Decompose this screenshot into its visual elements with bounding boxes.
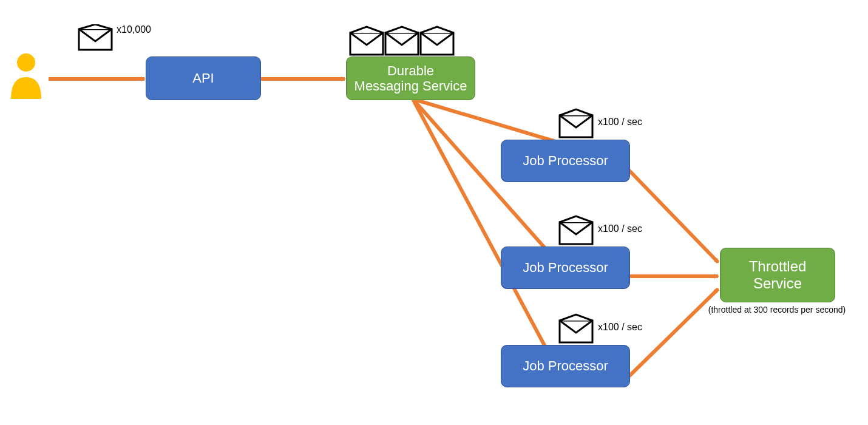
messaging-node: Durable Messaging Service <box>346 56 475 100</box>
envelope-icon <box>558 215 594 245</box>
messaging-label: Durable Messaging Service <box>354 63 467 94</box>
envelope-icon <box>349 25 384 56</box>
arrow-job1-to-throttled <box>628 169 718 262</box>
envelope-icon <box>419 25 455 56</box>
job2-rate-annotation: x100 / sec <box>598 223 642 234</box>
throttled-service-node: Throttled Service <box>720 248 835 302</box>
api-node: API <box>146 56 261 100</box>
envelope-icon <box>558 313 594 344</box>
job1-label: Job Processor <box>523 153 608 168</box>
arrow-job3-to-throttled <box>628 289 718 378</box>
job1-rate-annotation: x100 / sec <box>598 117 642 127</box>
envelope-icon <box>558 108 594 138</box>
job-processor-2-node: Job Processor <box>501 246 630 289</box>
envelope-icon <box>384 25 419 56</box>
svg-point-0 <box>17 53 35 72</box>
throttled-label: Throttled Service <box>749 258 807 291</box>
job-processor-3-node: Job Processor <box>501 345 630 387</box>
api-label: API <box>192 70 214 86</box>
job3-rate-annotation: x100 / sec <box>598 322 642 333</box>
arrow-messaging-to-job1 <box>413 99 555 141</box>
job2-label: Job Processor <box>523 260 608 275</box>
arrow-messaging-to-job3 <box>413 99 548 352</box>
job-processor-1-node: Job Processor <box>501 140 630 182</box>
envelope-icon <box>78 24 113 51</box>
user-icon <box>7 52 45 100</box>
user-envelope-annotation: x10,000 <box>117 24 151 35</box>
throttled-caption: (throttled at 300 records per second) <box>704 305 850 314</box>
job3-label: Job Processor <box>523 358 608 373</box>
